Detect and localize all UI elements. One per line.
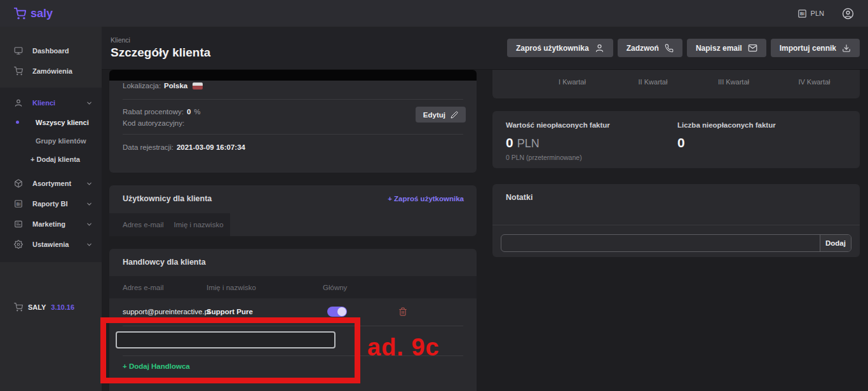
unpaid-count-value: 0: [677, 135, 776, 150]
svg-text:Bi: Bi: [800, 11, 804, 16]
sidebar-item-label: + Dodaj klienta: [31, 156, 80, 163]
location-label: Lokalizacja:: [123, 82, 161, 89]
chevron-down-icon: [86, 241, 93, 248]
pencil-icon: [451, 111, 458, 119]
salesman-email: support@pureinteractive.pl: [123, 308, 207, 315]
divider: [123, 355, 463, 356]
write-email-label: Napisz email: [696, 44, 742, 53]
table-row: support@pureinteractive.pl Support Pure: [109, 298, 477, 325]
edit-button[interactable]: Edytuj: [416, 107, 466, 123]
invite-user-button[interactable]: Zaproś użytkownika: [507, 39, 613, 57]
salesmen-card-header: Handlowcy dla klienta: [109, 249, 477, 267]
poland-flag-icon: [193, 83, 203, 89]
registration-label: Data rejestracji:: [123, 143, 173, 151]
new-salesman-input[interactable]: [116, 331, 336, 348]
discount-row: Rabat procentowy: 0 %: [123, 108, 201, 116]
currency-selector[interactable]: Bi PLN: [797, 9, 824, 18]
gear-icon: [14, 240, 24, 249]
monitor-icon: [14, 46, 24, 55]
import-pricelist-label: Importuj cennik: [780, 44, 836, 53]
call-button[interactable]: Zadzwoń: [618, 39, 682, 57]
app-logo[interactable]: saly: [14, 7, 53, 20]
notes-card: Notatki Dodaj: [492, 184, 860, 257]
sidebar-item-all-clients[interactable]: Wszyscy klienci: [0, 113, 102, 131]
sidebar-item-clients[interactable]: Klienci: [0, 93, 102, 113]
breadcrumb[interactable]: Klienci: [111, 36, 210, 44]
invite-user-link[interactable]: + Zaproś użytkownika: [388, 195, 464, 202]
discount-value: 0: [187, 108, 191, 116]
version-number: 3.10.16: [51, 303, 74, 311]
amount-currency: PLN: [517, 137, 539, 150]
location-row: Lokalizacja: Polska: [123, 82, 203, 89]
note-input-group: Dodaj: [501, 234, 851, 252]
column-email: Adres e-mail: [123, 221, 164, 229]
notes-card-header: Notatki: [492, 184, 860, 202]
chevron-down-icon: [86, 221, 93, 228]
notes-card-title: Notatki: [506, 193, 532, 202]
sidebar-item-label: Grupy klientów: [36, 137, 86, 145]
divider: [492, 225, 860, 225]
sidebar-item-label: Zamówienia: [32, 67, 72, 75]
quarters-card: I Kwartał II Kwartał III Kwartał IV Kwar…: [492, 70, 860, 98]
envelope-icon: [748, 43, 757, 53]
topbar: saly Bi PLN: [0, 0, 868, 27]
auth-code-row: Kod autoryzacyjny:: [123, 119, 184, 127]
header-actions: Zaproś użytkownika Zadzwoń Napisz email …: [507, 39, 860, 57]
redacted-client-name: [109, 70, 477, 81]
cart-logo-icon: [14, 8, 26, 20]
registration-value: 2021-03-09 16:07:34: [177, 143, 245, 151]
sidebar-item-add-client[interactable]: + Dodaj klienta: [0, 150, 102, 168]
sidebar: Dashboard Zamówienia Klienci Wszyscy kli…: [0, 27, 102, 391]
quarters-header-row: I Kwartał II Kwartał III Kwartał IV Kwar…: [492, 78, 860, 86]
column-email: Adres e-mail: [123, 284, 207, 291]
column-q4: IV Kwartał: [774, 78, 855, 86]
chevron-down-icon: [86, 180, 93, 187]
client-details-card: Lokalizacja: Polska Rabat procentowy: 0 …: [109, 70, 477, 173]
users-card-title: Użytkownicy dla klienta: [123, 194, 212, 203]
unpaid-count-block: Liczba nieopłaconych faktur 0: [677, 121, 776, 161]
page-title: Szczegóły klienta: [111, 46, 210, 60]
divider: [123, 326, 463, 326]
content: Lokalizacja: Polska Rabat procentowy: 0 …: [102, 70, 868, 391]
auth-code-label: Kod autoryzacyjny:: [123, 119, 184, 127]
trash-icon[interactable]: [398, 307, 407, 316]
sidebar-item-label: Asortyment: [32, 180, 71, 187]
chevron-down-icon: [86, 100, 93, 107]
page-header-titles: Klienci Szczegóły klienta: [111, 36, 210, 60]
location-value: Polska: [164, 82, 187, 89]
sidebar-item-label: Marketing: [32, 220, 65, 228]
app-name: SALY: [28, 303, 46, 311]
salesman-name: Support Pure: [207, 308, 323, 315]
add-note-button[interactable]: Dodaj: [820, 235, 851, 251]
logo-text: saly: [31, 7, 53, 20]
sidebar-item-assortment[interactable]: Asortyment: [0, 173, 102, 194]
add-salesman-link[interactable]: + Dodaj Handlowca: [123, 362, 190, 370]
column-main: Główny: [323, 284, 347, 291]
write-email-button[interactable]: Napisz email: [687, 39, 766, 57]
column-q3: III Kwartał: [693, 78, 774, 86]
amount-number: 0: [506, 135, 513, 150]
registration-row: Data rejestracji: 2021-03-09 16:07:34: [123, 143, 245, 151]
salesmen-card-title: Handlowcy dla klienta: [123, 258, 206, 267]
sidebar-item-client-groups[interactable]: Grupy klientów: [0, 131, 102, 150]
package-icon: [14, 179, 24, 188]
users-card: Użytkownicy dla klienta + Zaproś użytkow…: [109, 185, 477, 236]
cart-icon: [14, 67, 24, 76]
discount-unit: %: [194, 108, 200, 116]
sidebar-item-marketing[interactable]: Marketing: [0, 214, 102, 234]
sidebar-item-label: Ustawienia: [32, 241, 69, 248]
import-pricelist-button[interactable]: Importuj cennik: [771, 39, 860, 57]
sidebar-item-settings[interactable]: Ustawienia: [0, 234, 102, 255]
column-name: Imię i nazwisko: [174, 221, 224, 229]
sidebar-item-reports-bi[interactable]: Bi Raporty BI: [0, 194, 102, 214]
topbar-right: Bi PLN: [797, 8, 854, 20]
main-toggle[interactable]: [327, 307, 347, 317]
note-input[interactable]: [501, 235, 820, 251]
sidebar-item-label: Klienci: [32, 99, 55, 107]
divider: [123, 99, 463, 100]
svg-text:Bi: Bi: [17, 202, 21, 206]
sidebar-item-orders[interactable]: Zamówienia: [0, 61, 102, 81]
sidebar-item-dashboard[interactable]: Dashboard: [0, 41, 102, 61]
profile-avatar-icon[interactable]: [842, 8, 854, 20]
column-q1: I Kwartał: [532, 78, 613, 86]
